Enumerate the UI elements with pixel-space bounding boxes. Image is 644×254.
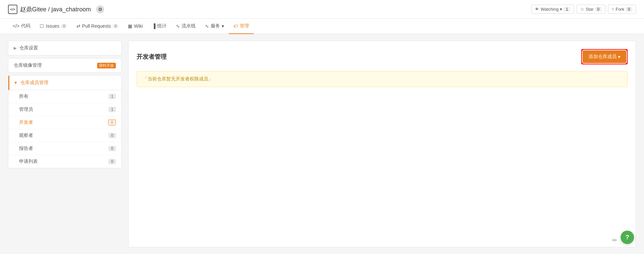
help-icon: ? — [626, 234, 629, 241]
header-actions: 👁 Watching ▾ 1 ☆ Star 0 ⑂ Fork 0 — [531, 5, 636, 14]
nav-item-pr[interactable]: ⇄ Pull Requests 0 — [72, 19, 124, 34]
sidebar-mirror-label: 仓库镜像管理 — [14, 62, 42, 68]
sidebar-sub-item-reporter[interactable]: 报告者 0 — [8, 142, 121, 155]
sidebar-section-mirror: 仓库镜像管理 限时开放 — [8, 58, 122, 73]
nav-code-label: 代码 — [21, 23, 30, 29]
sidebar-section-members: ▼ 仓库成员管理 所有 1 管理员 1 开发者 0 观察者 0 报告者 0 — [8, 75, 122, 168]
manage-icon: 🏷 — [233, 23, 238, 29]
nav-wiki-label: Wiki — [134, 23, 143, 29]
help-button[interactable]: ? — [621, 231, 634, 244]
nav-stats-label: 统计 — [157, 23, 167, 29]
notice-box: 「当前仓库暂无开发者权限成员」 — [137, 71, 628, 87]
stats-icon: ▐ — [152, 23, 156, 29]
wiki-icon: ▦ — [128, 23, 132, 29]
sidebar-section-settings: ▶ 仓库设置 — [8, 41, 122, 55]
issues-icon: ☐ — [40, 23, 44, 29]
nav-issues-label: Issues — [46, 23, 59, 29]
avatar-icon: ⚙ — [98, 7, 102, 12]
repo-path: 赵鼎Gitee / java_chatroom — [20, 5, 91, 13]
sidebar: ▶ 仓库设置 仓库镜像管理 限时开放 ▼ 仓库成员管理 所有 1 管理员 1 — [8, 41, 122, 247]
sidebar-all-label: 所有 — [19, 93, 28, 99]
sidebar-repo-settings-label: 仓库设置 — [19, 45, 38, 51]
sidebar-item-repo-settings[interactable]: ▶ 仓库设置 — [8, 41, 121, 55]
code-bracket-icon: </> — [10, 7, 15, 11]
nav-pipeline-label: 流水线 — [182, 23, 196, 29]
issues-badge: 0 — [61, 24, 67, 28]
sidebar-developer-label: 开发者 — [19, 119, 33, 125]
watching-label: Watching — [541, 7, 559, 12]
edit-icon[interactable]: ✏ — [612, 237, 617, 244]
main-layout: ▶ 仓库设置 仓库镜像管理 限时开放 ▼ 仓库成员管理 所有 1 管理员 1 — [0, 34, 644, 254]
sidebar-member-label: 仓库成员管理 — [20, 80, 48, 86]
sidebar-sub-item-observer[interactable]: 观察者 0 — [8, 129, 121, 142]
watching-count: 1 — [564, 7, 570, 12]
org-link[interactable]: 赵鼎Gitee — [20, 6, 46, 13]
fork-button[interactable]: ⑂ Fork 0 — [608, 5, 636, 14]
content-header: 开发者管理 添加仓库成员 ▾ — [137, 49, 628, 64]
nav-item-pipeline[interactable]: ∿ 流水线 — [171, 19, 200, 34]
sidebar-sub-item-apply[interactable]: 申请列表 0 — [8, 155, 121, 168]
sidebar-sub-item-admin[interactable]: 管理员 1 — [8, 103, 121, 116]
notice-text: 「当前仓库暂无开发者权限成员」 — [143, 76, 213, 81]
sidebar-admin-count: 1 — [109, 107, 116, 112]
sidebar-admin-label: 管理员 — [19, 106, 33, 112]
sidebar-item-mirror[interactable]: 仓库镜像管理 限时开放 — [8, 58, 121, 72]
path-separator: / — [48, 6, 50, 13]
sidebar-reporter-label: 报告者 — [19, 146, 33, 152]
avatar: ⚙ — [96, 5, 104, 13]
star-label: Star — [586, 7, 594, 12]
pr-icon: ⇄ — [76, 23, 80, 29]
add-member-button[interactable]: 添加仓库成员 ▾ — [583, 50, 626, 63]
nav-item-services[interactable]: ∿ 服务 ▾ — [200, 19, 229, 34]
mirror-badge: 限时开放 — [97, 63, 116, 68]
code-icon: </> — [13, 23, 19, 29]
chevron-down-icon: ▼ — [14, 80, 18, 85]
sidebar-reporter-count: 0 — [109, 146, 116, 151]
fork-count: 0 — [626, 7, 632, 12]
nav-item-stats[interactable]: ▐ 统计 — [148, 19, 171, 34]
chevron-right-icon: ▶ — [14, 46, 17, 50]
services-icon: ∿ — [205, 23, 209, 29]
nav-pr-label: Pull Requests — [82, 23, 111, 29]
page-title: 开发者管理 — [137, 53, 167, 61]
nav-item-issues[interactable]: ☐ Issues 0 — [35, 19, 72, 34]
nav-item-code[interactable]: </> 代码 — [8, 19, 35, 34]
watching-button[interactable]: 👁 Watching ▾ 1 — [531, 5, 574, 14]
header: </> 赵鼎Gitee / java_chatroom ⚙ 👁 Watching… — [0, 0, 644, 19]
sidebar-observer-label: 观察者 — [19, 133, 33, 139]
repo-icon: </> — [8, 5, 17, 14]
content-area: 开发者管理 添加仓库成员 ▾ 「当前仓库暂无开发者权限成员」 — [128, 41, 636, 247]
fork-label: Fork — [616, 7, 624, 12]
eye-icon: 👁 — [535, 7, 539, 12]
nav-item-wiki[interactable]: ▦ Wiki — [123, 19, 147, 34]
fork-icon: ⑂ — [612, 7, 614, 12]
add-member-label: 添加仓库成员 — [589, 54, 617, 60]
pipeline-icon: ∿ — [176, 23, 180, 29]
sidebar-observer-count: 0 — [109, 133, 116, 138]
sidebar-sub-item-developer[interactable]: 开发者 0 — [8, 116, 121, 129]
star-count: 0 — [595, 7, 602, 12]
pr-badge: 0 — [113, 24, 119, 28]
star-icon: ☆ — [580, 7, 584, 12]
nav-item-manage[interactable]: 🏷 管理 — [229, 19, 254, 34]
add-member-dropdown-icon: ▾ — [618, 54, 620, 59]
sidebar-member-management[interactable]: ▼ 仓库成员管理 — [8, 76, 121, 90]
repo-link[interactable]: java_chatroom — [51, 6, 91, 13]
sidebar-developer-count: 0 — [108, 119, 116, 125]
sidebar-apply-label: 申请列表 — [19, 159, 38, 165]
add-button-wrapper: 添加仓库成员 ▾ — [581, 49, 628, 64]
star-button[interactable]: ☆ Star 0 — [577, 5, 605, 14]
chevron-down-icon: ▾ — [560, 7, 562, 12]
sidebar-apply-count: 0 — [109, 159, 116, 164]
navigation: </> 代码 ☐ Issues 0 ⇄ Pull Requests 0 ▦ Wi… — [0, 19, 644, 34]
sidebar-sub-item-all[interactable]: 所有 1 — [8, 90, 121, 103]
nav-services-label: 服务 — [211, 23, 220, 29]
header-left: </> 赵鼎Gitee / java_chatroom ⚙ — [8, 5, 104, 14]
nav-manage-label: 管理 — [240, 23, 249, 29]
services-dropdown-icon: ▾ — [222, 23, 224, 29]
sidebar-all-count: 1 — [109, 94, 116, 99]
